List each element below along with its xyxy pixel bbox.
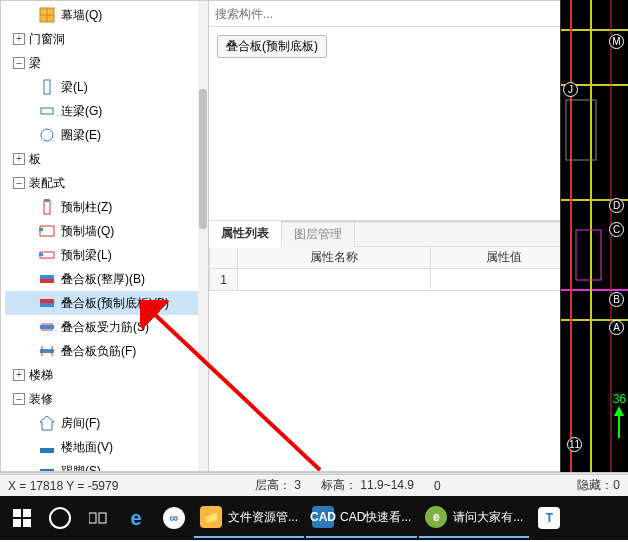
tree-label: 幕墙(Q) bbox=[61, 7, 102, 24]
baidu-netdisk-button[interactable]: ∞ bbox=[156, 498, 192, 538]
laminated-neg-rebar-icon bbox=[39, 343, 55, 359]
tree-label: 叠合板(整厚)(B) bbox=[61, 271, 145, 288]
axis-indicator: 36 bbox=[613, 392, 626, 438]
room-icon bbox=[39, 415, 55, 431]
svg-rect-4 bbox=[41, 108, 53, 114]
tree-cat-slab[interactable]: + 板 bbox=[5, 147, 208, 171]
task-label: 请问大家有... bbox=[453, 509, 523, 526]
component-tree-panel: 幕墙(Q) + 门窗洞 – 梁 梁(L) 连梁(G) 圈梁(E) bbox=[1, 1, 209, 471]
tree-label: 梁(L) bbox=[61, 79, 88, 96]
col-header-value: 属性值 bbox=[431, 247, 577, 269]
tree-scrollbar[interactable] bbox=[198, 1, 208, 471]
tree-cat-door-window[interactable]: + 门窗洞 bbox=[5, 27, 208, 51]
cad-viewport[interactable]: M J D C B A 11 36 bbox=[560, 0, 628, 472]
svg-rect-3 bbox=[44, 80, 50, 94]
browser-task[interactable]: e请问大家有... bbox=[419, 498, 529, 538]
cad-icon: CAD bbox=[312, 506, 334, 528]
laminated-bottom-icon bbox=[39, 295, 55, 311]
axis-label: B bbox=[609, 292, 624, 307]
tree-label: 连梁(G) bbox=[61, 103, 102, 120]
tree-cat-beam[interactable]: – 梁 bbox=[5, 51, 208, 75]
svg-rect-23 bbox=[40, 448, 54, 453]
tree-cat-stair[interactable]: + 楼梯 bbox=[5, 363, 208, 387]
task-label: 文件资源管... bbox=[228, 509, 298, 526]
tree-label: 圈梁(E) bbox=[61, 127, 101, 144]
tree-label: 预制柱(Z) bbox=[61, 199, 112, 216]
expand-toggle[interactable]: + bbox=[13, 369, 25, 381]
cell[interactable] bbox=[238, 269, 431, 291]
component-tag[interactable]: 叠合板(预制底板) bbox=[217, 35, 327, 58]
windows-icon bbox=[11, 507, 33, 529]
row-number: 1 bbox=[210, 269, 238, 291]
status-zero: 0 bbox=[434, 479, 441, 493]
svg-rect-34 bbox=[576, 230, 601, 280]
coupling-beam-icon bbox=[39, 103, 55, 119]
prefab-column-icon bbox=[39, 199, 55, 215]
app-icon: T bbox=[538, 507, 560, 529]
edge-button[interactable]: e bbox=[118, 498, 154, 538]
tree-item-prefab-wall[interactable]: 预制墙(Q) bbox=[5, 219, 208, 243]
collapse-toggle[interactable]: – bbox=[13, 177, 25, 189]
task-view-button[interactable] bbox=[80, 498, 116, 538]
col-header-rownum bbox=[210, 247, 238, 269]
tree-item-floor[interactable]: 楼地面(V) bbox=[5, 435, 208, 459]
cloud-icon: ∞ bbox=[163, 507, 185, 529]
scrollbar-thumb[interactable] bbox=[199, 89, 207, 229]
tree-label: 预制墙(Q) bbox=[61, 223, 114, 240]
prefab-beam-icon bbox=[39, 247, 55, 263]
svg-rect-40 bbox=[23, 519, 31, 527]
tree-item-lianliang[interactable]: 连梁(G) bbox=[5, 99, 208, 123]
axis-label: J bbox=[563, 82, 578, 97]
axis-value: 36 bbox=[613, 392, 626, 406]
elev-label: 标高： bbox=[321, 478, 357, 492]
axis-label: M bbox=[609, 34, 624, 49]
ring-beam-icon bbox=[39, 127, 55, 143]
tab-layers[interactable]: 图层管理 bbox=[282, 222, 355, 247]
start-button[interactable] bbox=[4, 498, 40, 538]
svg-rect-24 bbox=[40, 469, 54, 471]
tree-item-laminated-neg-rebar[interactable]: 叠合板负筋(F) bbox=[5, 339, 208, 363]
expand-toggle[interactable]: + bbox=[13, 153, 25, 165]
tree-item-laminated-full[interactable]: 叠合板(整厚)(B) bbox=[5, 267, 208, 291]
cell[interactable] bbox=[431, 269, 577, 291]
tree-label: 房间(F) bbox=[61, 415, 100, 432]
task-label: CAD快速看... bbox=[340, 509, 411, 526]
tree-item-laminated-bottom[interactable]: 叠合板(预制底板)(B) bbox=[5, 291, 208, 315]
svg-point-5 bbox=[41, 129, 53, 141]
collapse-toggle[interactable]: – bbox=[13, 393, 25, 405]
search-input[interactable] bbox=[215, 3, 604, 25]
cortana-button[interactable] bbox=[42, 498, 78, 538]
tree-item-curtain-wall[interactable]: 幕墙(Q) bbox=[5, 3, 208, 27]
axis-label: D bbox=[609, 198, 624, 213]
expand-toggle[interactable]: + bbox=[13, 33, 25, 45]
tree-item-room[interactable]: 房间(F) bbox=[5, 411, 208, 435]
explorer-task[interactable]: 📁文件资源管... bbox=[194, 498, 304, 538]
tree-item-beam-l[interactable]: 梁(L) bbox=[5, 75, 208, 99]
tree-item-prefab-column[interactable]: 预制柱(Z) bbox=[5, 195, 208, 219]
tab-attributes[interactable]: 属性列表 bbox=[209, 221, 282, 248]
tree-label: 踢脚(S) bbox=[61, 463, 101, 472]
tree-item-quanliang[interactable]: 圈梁(E) bbox=[5, 123, 208, 147]
floor-icon bbox=[39, 439, 55, 455]
svg-rect-16 bbox=[40, 325, 54, 329]
app-task[interactable]: T bbox=[531, 498, 567, 538]
tree-cat-decoration[interactable]: – 装修 bbox=[5, 387, 208, 411]
prefab-wall-icon bbox=[39, 223, 55, 239]
cad-viewer-task[interactable]: CADCAD快速看... bbox=[306, 498, 417, 538]
svg-rect-12 bbox=[40, 275, 54, 279]
tree-item-prefab-beam[interactable]: 预制梁(L) bbox=[5, 243, 208, 267]
tree-cat-prefab[interactable]: – 装配式 bbox=[5, 171, 208, 195]
svg-rect-39 bbox=[13, 519, 21, 527]
col-header-name: 属性名称 bbox=[238, 247, 431, 269]
svg-marker-22 bbox=[40, 416, 54, 430]
tree-item-laminated-rebar[interactable]: 叠合板受力筋(S) bbox=[5, 315, 208, 339]
beam-icon bbox=[39, 79, 55, 95]
svg-rect-6 bbox=[44, 200, 50, 214]
tree-item-last[interactable]: 踢脚(S) bbox=[5, 459, 208, 471]
svg-rect-14 bbox=[40, 299, 54, 303]
edge-icon: e bbox=[125, 507, 147, 529]
collapse-toggle[interactable]: – bbox=[13, 57, 25, 69]
tree-label: 楼地面(V) bbox=[61, 439, 113, 456]
axis-label: C bbox=[609, 222, 624, 237]
tree-label: 梁 bbox=[29, 55, 41, 72]
